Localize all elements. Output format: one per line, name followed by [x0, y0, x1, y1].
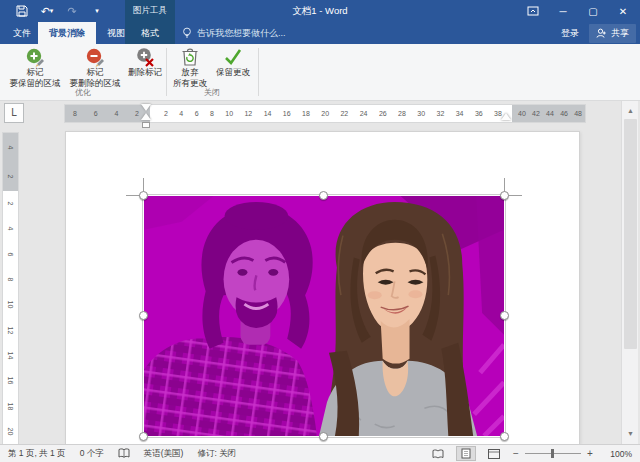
web-layout-button[interactable]: [484, 446, 504, 461]
quick-access-toolbar: ↶▾ ↷ ▾: [14, 0, 105, 22]
ruler-number: 26: [379, 110, 387, 117]
resize-handle-bottom-left[interactable]: [139, 432, 148, 441]
resize-handle-bottom-right[interactable]: [500, 432, 509, 441]
ruler-number: 34: [456, 110, 464, 117]
close-button[interactable]: ✕: [608, 0, 638, 22]
ruler-number: 8: [210, 110, 214, 117]
resize-handle-middle-right[interactable]: [500, 311, 509, 320]
proofing-icon[interactable]: [118, 448, 130, 459]
ruler-number: 36: [475, 110, 483, 117]
scroll-down-arrow[interactable]: ▼: [623, 426, 638, 441]
delete-mark-button[interactable]: 删除标记: [126, 46, 164, 92]
keep-changes-button[interactable]: 保留更改: [212, 46, 254, 92]
button-label: 标记: [27, 67, 44, 78]
ribbon: 标记 要保留的区域 标记 要删除的区域 删除标记 优化: [0, 44, 640, 101]
redo-button[interactable]: ↷: [64, 3, 80, 19]
ruler-number: 6: [195, 110, 199, 117]
selected-picture[interactable]: [143, 195, 505, 437]
resize-handle-top-right[interactable]: [500, 191, 509, 200]
document-workspace: L 8642 246810121416182022242628303234363…: [0, 101, 640, 444]
background-removal-preview: [144, 196, 504, 436]
word-count[interactable]: 0 个字: [80, 448, 104, 460]
vruler-text-area: 2468101214161820: [3, 191, 18, 444]
ruler-number: 12: [244, 110, 252, 117]
mark-areas-to-keep-button[interactable]: 标记 要保留的区域: [6, 46, 64, 92]
page-indicator[interactable]: 第 1 页, 共 1 页: [8, 448, 66, 460]
undo-button[interactable]: ↶▾: [39, 3, 55, 19]
hanging-indent-marker[interactable]: [141, 113, 151, 120]
status-left: 第 1 页, 共 1 页 0 个字 英语(美国) 修订: 关闭: [0, 448, 236, 460]
ruler-number: 4: [179, 110, 183, 117]
ruler-number: 6: [94, 110, 98, 117]
resize-handle-bottom-middle[interactable]: [319, 432, 328, 441]
ribbon-display-options-icon[interactable]: [518, 0, 548, 22]
tell-me-box[interactable]: 告诉我您想要做什么...: [182, 22, 286, 44]
button-label: 放弃: [182, 67, 199, 78]
status-right: − + 100%: [428, 446, 640, 461]
zoom-out-button[interactable]: −: [512, 448, 520, 459]
first-line-indent-marker[interactable]: [141, 104, 151, 111]
tab-file[interactable]: 文件: [6, 22, 38, 44]
read-mode-button[interactable]: [428, 446, 448, 461]
ruler-number: 8: [7, 278, 14, 282]
button-label: 保留更改: [216, 67, 250, 78]
share-button[interactable]: 共享: [589, 24, 636, 43]
ruler-number: 8: [73, 110, 77, 117]
zoom-knob[interactable]: [551, 449, 554, 458]
ruler-number: 20: [7, 427, 14, 435]
zoom-percentage[interactable]: 100%: [602, 449, 632, 459]
ruler-number: 44: [546, 110, 554, 117]
ruler-number: 12: [7, 326, 14, 334]
resize-handle-top-left[interactable]: [139, 191, 148, 200]
minimize-button[interactable]: ─: [548, 0, 578, 22]
account-area: 登录 共享: [561, 22, 636, 44]
mark-areas-to-remove-button[interactable]: 标记 要删除的区域: [64, 46, 126, 92]
group-close: 放弃 所有更改 保留更改 关闭: [168, 44, 256, 100]
save-icon[interactable]: [14, 3, 30, 19]
delete-mark-icon: [135, 47, 155, 67]
track-changes-indicator[interactable]: 修订: 关闭: [197, 448, 236, 460]
ruler-number: 40: [518, 110, 526, 117]
vertical-scrollbar[interactable]: ▲ ▼: [621, 101, 638, 444]
lightbulb-icon: [182, 27, 192, 39]
ruler-number: 32: [436, 110, 444, 117]
left-indent-marker[interactable]: [142, 122, 150, 128]
ruler-number: 46: [560, 110, 568, 117]
tab-selector-glyph: L: [11, 108, 17, 118]
ruler-text-area: 2468101214161820222426283032343638: [150, 105, 512, 122]
mark-remove-icon: [85, 47, 105, 67]
qat-customize-button[interactable]: ▾: [89, 3, 105, 19]
group-separator: [258, 48, 259, 96]
checkmark-icon: [223, 47, 243, 67]
tell-me-label: 告诉我您想要做什么...: [197, 27, 286, 40]
status-bar: 第 1 页, 共 1 页 0 个字 英语(美国) 修订: 关闭 − + 100%: [0, 444, 640, 462]
zoom-track[interactable]: [525, 453, 581, 454]
person-icon: [596, 28, 607, 39]
window-controls: ─ ▢ ✕: [518, 0, 638, 22]
ruler-number: 28: [398, 110, 406, 117]
ruler-number: 16: [7, 377, 14, 385]
sign-in-link[interactable]: 登录: [561, 27, 579, 40]
tab-background-removal[interactable]: 背景消除: [38, 22, 96, 44]
scroll-up-arrow[interactable]: ▲: [623, 103, 638, 118]
ruler-number: 22: [340, 110, 348, 117]
scrollbar-thumb[interactable]: [624, 119, 637, 349]
ruler-number: 42: [532, 110, 540, 117]
corner-guide: [507, 195, 522, 196]
ruler-number: 2: [7, 202, 14, 206]
tab-stop-selector[interactable]: L: [4, 103, 24, 123]
vertical-ruler: 42 2468101214161820: [3, 133, 18, 444]
ruler-number: 14: [264, 110, 272, 117]
tab-format[interactable]: 格式: [125, 22, 175, 44]
resize-handle-middle-left[interactable]: [139, 311, 148, 320]
right-indent-marker[interactable]: [501, 113, 511, 120]
ruler-number: 16: [283, 110, 291, 117]
group-separator: [166, 48, 167, 96]
print-layout-button[interactable]: [456, 446, 476, 461]
maximize-button[interactable]: ▢: [578, 0, 608, 22]
picture-tools-header: 图片工具: [125, 0, 175, 22]
resize-handle-top-middle[interactable]: [319, 191, 328, 200]
zoom-in-button[interactable]: +: [586, 448, 594, 459]
language-indicator[interactable]: 英语(美国): [144, 448, 184, 460]
discard-all-changes-button[interactable]: 放弃 所有更改: [170, 46, 210, 92]
